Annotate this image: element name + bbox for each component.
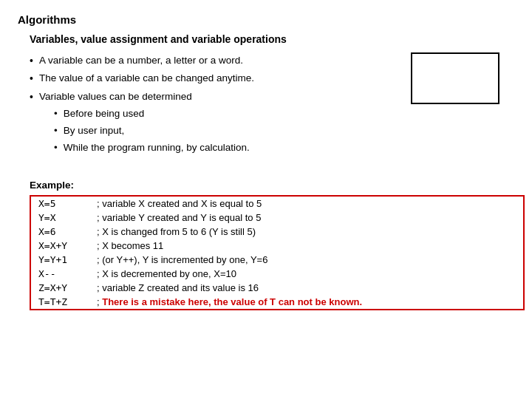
- comment-cell: ; (or Y++), Y is incremented by one, Y=6: [89, 253, 524, 267]
- code-cell-last: T=T+Z: [30, 295, 89, 310]
- code-cell: Y=Y+1: [30, 253, 89, 267]
- section-heading: Variables, value assignment and variable…: [30, 33, 514, 45]
- sub-list-item-2: • By user input,: [54, 123, 250, 139]
- table-row: X=5 ; variable X created and X is equal …: [30, 196, 524, 211]
- sub-list-item-1: • Before being used: [54, 106, 250, 122]
- bullet-section: • A variable can be a number, a letter o…: [30, 52, 254, 157]
- list-item-1: • A variable can be a number, a letter o…: [30, 52, 254, 69]
- sub-dot-3: •: [54, 140, 58, 156]
- sub-dot-2: •: [54, 123, 58, 139]
- table-row: X=6 ; X is changed from 5 to 6 (Y is sti…: [30, 225, 524, 239]
- bullet-dot-3: •: [30, 89, 33, 105]
- comment-cell: ; variable X created and X is equal to 5: [89, 196, 524, 211]
- bullet-dot-2: •: [30, 70, 33, 86]
- list-item-2: • The value of a variable can be changed…: [30, 70, 254, 86]
- content-area: • A variable can be a number, a letter o…: [30, 52, 514, 157]
- page-container: Algorithms Variables, value assignment a…: [0, 0, 532, 324]
- comment-cell: ; X is changed from 5 to 6 (Y is still 5…: [89, 225, 524, 239]
- table-row: X=X+Y ; X becomes 11: [30, 239, 524, 253]
- code-cell: X--: [30, 267, 89, 281]
- table-row-last: T=T+Z ; There is a mistake here, the val…: [30, 295, 524, 310]
- code-cell: X=6: [30, 225, 89, 239]
- list-item-3: • Variable values can be determined • Be…: [30, 89, 254, 156]
- sub-list-item-3: • While the program running, by calculat…: [54, 140, 250, 156]
- sub-bullet-list: • Before being used • By user input, • W…: [54, 106, 250, 155]
- list-item-3-text: Variable values can be determined: [39, 91, 192, 102]
- table-row: Z=X+Y ; variable Z created and its value…: [30, 281, 524, 295]
- table-row: Y=Y+1 ; (or Y++), Y is incremented by on…: [30, 253, 524, 267]
- example-label: Example:: [30, 180, 514, 191]
- table-row: X-- ; X is decremented by one, X=10: [30, 267, 524, 281]
- page-title: Algorithms: [18, 13, 514, 26]
- code-cell: Y=X: [30, 211, 89, 225]
- sub-dot-1: •: [54, 106, 58, 122]
- comment-cell: ; X is decremented by one, X=10: [89, 267, 524, 281]
- comment-cell: ; variable Y created and Y is equal to 5: [89, 211, 524, 225]
- list-item-2-text: The value of a variable can be changed a…: [39, 70, 254, 86]
- code-cell: Z=X+Y: [30, 281, 89, 295]
- list-item-3-content: Variable values can be determined • Befo…: [39, 89, 250, 156]
- list-item-1-text: A variable can be a number, a letter or …: [39, 52, 243, 69]
- sub-list-item-1-text: Before being used: [64, 106, 145, 122]
- main-bullet-list: • A variable can be a number, a letter o…: [30, 52, 254, 156]
- sub-list-item-2-text: By user input,: [64, 123, 125, 139]
- comment-cell-last: ; There is a mistake here, the value of …: [89, 295, 524, 310]
- bullet-dot-1: •: [30, 52, 33, 69]
- comment-cell: ; variable Z created and its value is 16: [89, 281, 524, 295]
- sub-list-item-3-text: While the program running, by calculatio…: [64, 140, 250, 156]
- comment-cell: ; X becomes 11: [89, 239, 524, 253]
- diagram-box: [411, 52, 499, 104]
- code-example-table: X=5 ; variable X created and X is equal …: [30, 195, 525, 310]
- code-cell: X=5: [30, 196, 89, 211]
- comment-red-text: There is a mistake here, the value of T …: [102, 296, 362, 307]
- code-cell: X=X+Y: [30, 239, 89, 253]
- table-row: Y=X ; variable Y created and Y is equal …: [30, 211, 524, 225]
